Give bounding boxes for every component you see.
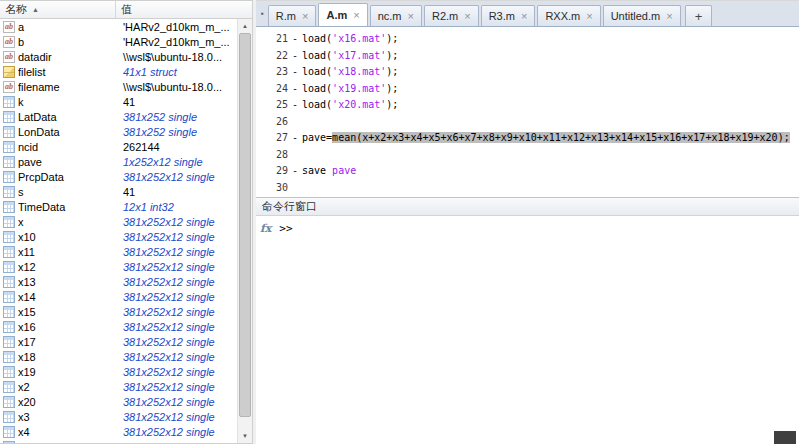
scroll-down-icon[interactable]: ▼ (238, 429, 252, 443)
workspace-row[interactable]: x5381x252x12 single (0, 439, 237, 443)
workspace-row[interactable]: abfilename\\wsl$\ubuntu-18.0... (0, 79, 237, 94)
tab-R2.m[interactable]: R2.m× (424, 5, 479, 26)
variable-name: x19 (18, 366, 117, 378)
tab-close-icon[interactable]: × (302, 10, 308, 22)
variable-name: filelist (18, 66, 117, 78)
matrix-icon (3, 441, 15, 444)
matrix-icon (3, 171, 15, 183)
workspace-row[interactable]: x17381x252x12 single (0, 334, 237, 349)
breakpoint-margin[interactable]: - (288, 163, 302, 180)
workspace-row[interactable]: filelist41x1 struct (0, 64, 237, 79)
tab-close-icon[interactable]: × (666, 10, 672, 22)
code-segment: load( (302, 66, 332, 77)
code-line: 23-load('x18.mat'); (256, 64, 799, 81)
variable-name: TimeData (18, 201, 117, 213)
code-text: load('x20.mat'); (302, 97, 398, 114)
command-window[interactable]: fx >> (256, 216, 799, 444)
workspace-row[interactable]: x2381x252x12 single (0, 379, 237, 394)
breakpoint-margin[interactable]: - (288, 48, 302, 65)
variable-name: a (18, 21, 117, 33)
variable-value: 381x252x12 single (117, 171, 237, 183)
variable-name: x17 (18, 336, 117, 348)
tab-close-icon[interactable]: × (408, 10, 414, 22)
tab-nc.m[interactable]: nc.m× (370, 5, 422, 26)
tab-label: R3.m (489, 10, 515, 22)
workspace-row[interactable]: x18381x252x12 single (0, 349, 237, 364)
matrix-icon (3, 306, 15, 318)
variable-value: 381x252x12 single (117, 396, 237, 408)
breakpoint-margin[interactable]: - (288, 64, 302, 81)
matrix-icon (3, 261, 15, 273)
matrix-icon (3, 366, 15, 378)
variable-name: x16 (18, 321, 117, 333)
workspace-row[interactable]: x14381x252x12 single (0, 289, 237, 304)
variable-value: 381x252x12 single (117, 336, 237, 348)
breakpoint-margin[interactable]: - (288, 130, 302, 147)
scrollbar-thumb[interactable] (239, 33, 251, 417)
workspace-row[interactable]: x19381x252x12 single (0, 364, 237, 379)
workspace-row[interactable]: LonData381x252 single (0, 124, 237, 139)
scroll-up-icon[interactable]: ▲ (238, 19, 252, 33)
workspace-row[interactable]: x20381x252x12 single (0, 394, 237, 409)
tab-R3.m[interactable]: R3.m× (481, 5, 536, 26)
variable-value: 381x252x12 single (117, 381, 237, 393)
variable-name: x11 (18, 246, 117, 258)
workspace-row[interactable]: x13381x252x12 single (0, 274, 237, 289)
workspace-row[interactable]: x16381x252x12 single (0, 319, 237, 334)
line-number: 25 (256, 97, 288, 114)
breakpoint-margin[interactable] (288, 114, 302, 131)
workspace-row[interactable]: abdatadir\\wsl$\ubuntu-18.0... (0, 49, 237, 64)
workspace-row[interactable]: x10381x252x12 single (0, 229, 237, 244)
variable-name: k (18, 96, 117, 108)
tab-close-icon[interactable]: × (464, 10, 470, 22)
variable-name: x18 (18, 351, 117, 363)
variable-value: 381x252 single (117, 111, 237, 123)
workspace-row[interactable]: PrcpData381x252x12 single (0, 169, 237, 184)
tab-R.m[interactable]: R.m× (268, 5, 317, 26)
char-icon: ab (3, 36, 15, 48)
editor-menu-icon[interactable]: ▪ (261, 9, 264, 18)
code-segment: ); (386, 83, 398, 94)
tab-Untitled.m[interactable]: Untitled.m× (603, 5, 681, 26)
breakpoint-margin[interactable] (288, 147, 302, 164)
tab-close-icon[interactable]: × (353, 9, 359, 21)
tab-RXX.m[interactable]: RXX.m× (537, 5, 600, 26)
tab-close-icon[interactable]: × (586, 10, 592, 22)
tab-label: Untitled.m (611, 10, 661, 22)
sort-ascending-icon: ▲ (32, 6, 39, 13)
command-window-header[interactable]: 命令行窗口 (256, 198, 799, 216)
workspace-row[interactable]: x4381x252x12 single (0, 424, 237, 439)
workspace-row[interactable]: x12381x252x12 single (0, 259, 237, 274)
workspace-row[interactable]: k41 (0, 94, 237, 109)
workspace-row[interactable]: x3381x252x12 single (0, 409, 237, 424)
workspace-row[interactable]: LatData381x252 single (0, 109, 237, 124)
workspace-row[interactable]: ncid262144 (0, 139, 237, 154)
variable-value: 381x252x12 single (117, 291, 237, 303)
code-segment: 'x20.mat' (332, 99, 386, 110)
workspace-scrollbar[interactable]: ▲ ▼ (237, 19, 252, 443)
workspace-row[interactable]: abb'HARv2_d10km_m_... (0, 34, 237, 49)
tab-close-icon[interactable]: × (521, 10, 527, 22)
workspace-row[interactable]: TimeData12x1 int32 (0, 199, 237, 214)
char-icon: ab (3, 21, 15, 33)
code-text: save pave (302, 163, 356, 180)
workspace-row[interactable]: x11381x252x12 single (0, 244, 237, 259)
workspace-value-column-header[interactable]: 值 (116, 1, 252, 18)
workspace-row[interactable]: pave1x252x12 single (0, 154, 237, 169)
workspace-row[interactable]: x381x252x12 single (0, 214, 237, 229)
code-editor[interactable]: 21-load('x16.mat');22-load('x17.mat');23… (256, 27, 799, 198)
workspace-row[interactable]: s41 (0, 184, 237, 199)
breakpoint-margin[interactable] (288, 180, 302, 197)
workspace-row[interactable]: x15381x252x12 single (0, 304, 237, 319)
workspace-row[interactable]: aba'HARv2_d10km_m_... (0, 19, 237, 34)
variable-value: 381x252x12 single (117, 216, 237, 228)
new-tab-button[interactable]: + (685, 5, 713, 26)
workspace-panel: 名称 ▲ 值 aba'HARv2_d10km_m_...abb'HARv2_d1… (0, 0, 253, 444)
workspace-name-column-header[interactable]: 名称 ▲ (0, 1, 116, 18)
tab-A.m[interactable]: A.m× (318, 3, 367, 26)
breakpoint-margin[interactable]: - (288, 97, 302, 114)
breakpoint-margin[interactable]: - (288, 31, 302, 48)
code-line: 25-load('x20.mat'); (256, 97, 799, 114)
breakpoint-margin[interactable]: - (288, 81, 302, 98)
matrix-icon (3, 321, 15, 333)
